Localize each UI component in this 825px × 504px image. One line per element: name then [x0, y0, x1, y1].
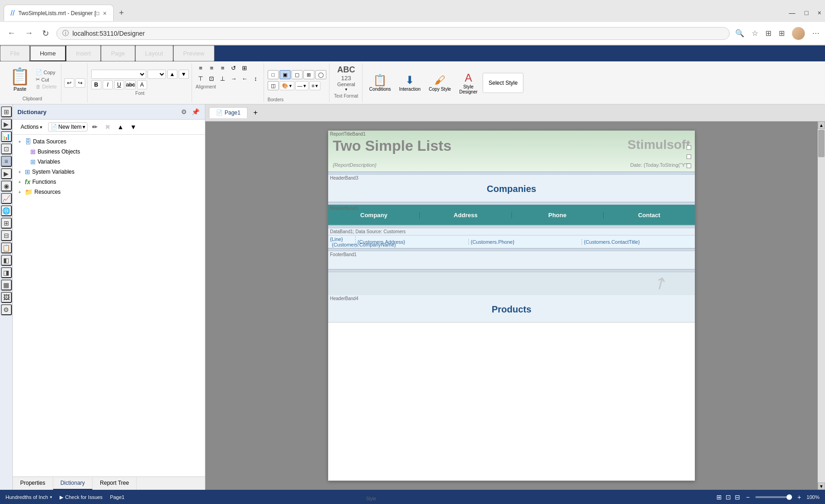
align-left-button[interactable]: ≡: [196, 63, 206, 72]
border-round-button[interactable]: ◯: [315, 70, 326, 79]
sidebar-icon-16[interactable]: 🖼: [1, 292, 12, 303]
decrease-font-button[interactable]: ▼: [179, 70, 189, 79]
zoom-slider[interactable]: [755, 496, 792, 498]
move-up-button[interactable]: ▲: [115, 121, 126, 132]
indent-increase-button[interactable]: →: [229, 74, 239, 83]
style-designer-button[interactable]: A Style Designer: [456, 70, 481, 96]
increase-font-button[interactable]: ▲: [167, 70, 177, 79]
underline-button[interactable]: U: [114, 80, 124, 89]
extensions-icon[interactable]: ☆: [752, 29, 758, 38]
tab-dictionary[interactable]: Dictionary: [53, 477, 93, 490]
tab-report-tree[interactable]: Report Tree: [93, 477, 137, 490]
font-family-select[interactable]: [91, 70, 146, 79]
no-border-button[interactable]: □: [268, 70, 279, 79]
sidebar-icon-9[interactable]: 🌐: [1, 205, 12, 216]
add-page-button[interactable]: +: [249, 106, 262, 119]
strikethrough-button[interactable]: abc: [126, 80, 136, 89]
scroll-down-button[interactable]: ▼: [818, 482, 825, 490]
align-middle-button[interactable]: ⊡: [207, 74, 217, 83]
sidebar-icon-10[interactable]: ⊞: [1, 218, 12, 229]
resize-handle-3[interactable]: [687, 164, 691, 168]
tree-item-variables[interactable]: + ⊞ Variables: [13, 157, 205, 167]
tab-insert[interactable]: Insert: [66, 45, 101, 61]
sidebar-icon-8[interactable]: 📈: [1, 193, 12, 204]
sidebar-icon-7[interactable]: ◉: [1, 181, 12, 192]
copy-button[interactable]: 📄 Copy: [34, 69, 58, 76]
tree-item-data-sources[interactable]: + 🗄 Data Sources: [13, 137, 205, 147]
sidebar-icon-2[interactable]: ▶: [1, 119, 12, 130]
tab-preview[interactable]: Preview: [173, 45, 214, 61]
border-outer-button[interactable]: ▢: [292, 70, 302, 79]
expand-functions[interactable]: +: [16, 179, 23, 185]
border-style-button[interactable]: ≡ ▾: [309, 81, 320, 90]
sidebar-icon-3[interactable]: 📊: [1, 131, 12, 142]
border-all-button[interactable]: ▣: [280, 70, 291, 79]
status-icon-2[interactable]: ⊡: [726, 493, 731, 501]
active-tab[interactable]: // TwoSimpleLists.mrt - Designer [□ ×: [4, 5, 114, 21]
favorites-icon[interactable]: ⊞: [765, 29, 771, 38]
italic-button[interactable]: I: [103, 80, 113, 89]
redo-button[interactable]: ↪: [75, 78, 85, 88]
resize-handle-2[interactable]: [687, 154, 691, 159]
tab-layout[interactable]: Layout: [135, 45, 173, 61]
address-bar[interactable]: ⓘ localhost:53110/Designer: [56, 27, 730, 40]
sidebar-icon-12[interactable]: 📋: [1, 242, 12, 253]
close-button[interactable]: ×: [818, 9, 821, 16]
zoom-in-button[interactable]: +: [796, 493, 803, 501]
bold-button[interactable]: B: [91, 80, 101, 89]
back-button[interactable]: ←: [6, 27, 17, 40]
text-format-button[interactable]: ABC 123 General ▾: [336, 63, 357, 93]
font-size-select[interactable]: [148, 70, 166, 79]
align-center-button[interactable]: ≡: [207, 63, 217, 72]
page1-tab[interactable]: 📄 Page1: [209, 107, 248, 118]
tree-item-functions[interactable]: + fx Functions: [13, 177, 205, 187]
delete-button[interactable]: 🗑 Delete: [34, 83, 58, 90]
status-icon-3[interactable]: ⊟: [735, 493, 740, 501]
sidebar-icon-4[interactable]: ⊡: [1, 143, 12, 154]
tab-home[interactable]: Home: [30, 45, 66, 61]
resize-handle-1[interactable]: [687, 145, 691, 150]
expand-data-sources[interactable]: +: [16, 138, 23, 145]
edit-item-button[interactable]: ✏: [89, 121, 100, 132]
units-dropdown[interactable]: Hundredths of Inch ▾: [6, 494, 52, 500]
status-icon-1[interactable]: ⊞: [716, 493, 722, 501]
scroll-up-button[interactable]: ▲: [818, 121, 825, 129]
copy-style-button[interactable]: 🖌 Copy Style: [426, 72, 454, 93]
check-issues-button[interactable]: ▶ Check for Issues: [60, 494, 103, 500]
right-scrollbar[interactable]: ▲ ▼: [818, 121, 825, 490]
dictionary-settings-button[interactable]: ⚙: [180, 107, 188, 116]
user-avatar[interactable]: [792, 27, 805, 40]
tab-page[interactable]: Page: [101, 45, 135, 61]
text-direction-button[interactable]: ↕: [251, 74, 261, 83]
border-inner-button[interactable]: ⊞: [303, 70, 314, 79]
tree-item-business-objects[interactable]: + ⊞ Business Objects: [13, 147, 205, 157]
sidebar-icon-13[interactable]: ◧: [1, 255, 12, 266]
line-color-button[interactable]: — ▾: [295, 81, 308, 90]
report-canvas-wrapper[interactable]: ReportTitleBand1 Two Simple Lists Stimul…: [205, 121, 818, 490]
new-tab-button[interactable]: +: [116, 6, 128, 20]
conditions-button[interactable]: 📋 Conditions: [366, 72, 394, 93]
new-item-button[interactable]: 📄 New Item ▾: [48, 122, 88, 131]
tree-item-system-variables[interactable]: + ⊞ System Variables: [13, 167, 205, 177]
tree-item-resources[interactable]: + 📁 Resources: [13, 187, 205, 197]
select-style-button[interactable]: Select Style: [483, 73, 523, 93]
sidebar-icon-1[interactable]: ⊞: [1, 106, 12, 117]
forward-button[interactable]: →: [23, 27, 35, 40]
tab-close-icon[interactable]: ×: [103, 10, 107, 17]
sidebar-icon-5[interactable]: ≡: [1, 156, 12, 167]
sidebar-icon-11[interactable]: ⊟: [1, 230, 12, 241]
search-icon[interactable]: 🔍: [735, 29, 744, 38]
zoom-out-button[interactable]: −: [744, 493, 751, 501]
interaction-button[interactable]: ⬇ Interaction: [396, 72, 424, 93]
more-menu-icon[interactable]: ⋯: [812, 29, 820, 38]
sidebar-icon-14[interactable]: ◨: [1, 267, 12, 278]
tab-file[interactable]: File: [0, 45, 30, 61]
scroll-thumb[interactable]: [818, 130, 825, 157]
align-bottom-button[interactable]: ⊥: [218, 74, 228, 83]
border-left-button[interactable]: ◫: [268, 81, 279, 90]
move-down-button[interactable]: ▼: [128, 121, 139, 132]
cut-button[interactable]: ✂ Cut: [34, 76, 58, 83]
sidebar-icon-17[interactable]: ⚙: [1, 304, 12, 315]
restore-button[interactable]: □: [804, 9, 808, 16]
expand-system-variables[interactable]: +: [16, 169, 23, 175]
